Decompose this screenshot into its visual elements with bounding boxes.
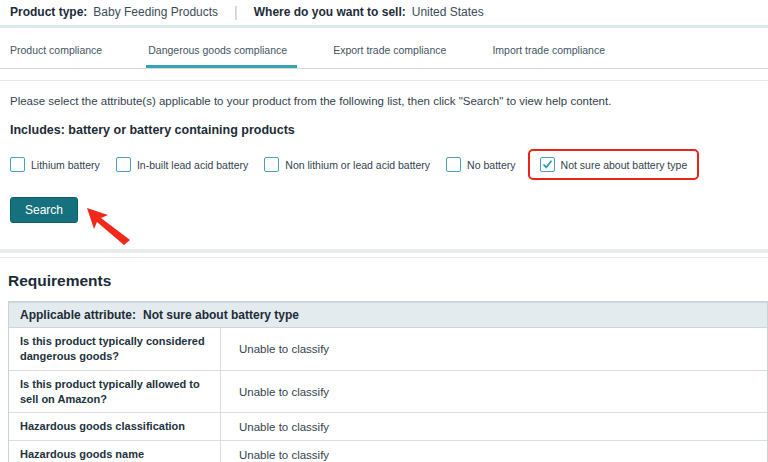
annotation-box-battery-type: Not sure about battery type [528, 149, 700, 180]
requirements-title: Requirements [8, 272, 768, 290]
checkbox-label: Not sure about battery type [561, 159, 688, 171]
table-row: Is this product typically allowed to sel… [9, 371, 767, 414]
marketplace-value: United States [412, 5, 484, 19]
row-label: Is this product typically considered dan… [9, 328, 221, 370]
table-row: Hazardous goods name Unable to classify [9, 441, 767, 462]
marketplace-label: Where do you want to sell: [254, 5, 406, 19]
row-label: Is this product typically allowed to sel… [9, 371, 221, 413]
tab-product-compliance[interactable]: Product compliance [8, 44, 112, 68]
attribute-group-heading: Includes: battery or battery containing … [10, 123, 758, 137]
marketplace: Where do you want to sell: United States [254, 5, 484, 19]
context-bar: Product type: Baby Feeding Products | Wh… [0, 0, 768, 28]
topbar-separator: | [234, 4, 238, 20]
checkbox-not-sure-battery-type[interactable]: Not sure about battery type [540, 157, 688, 172]
table-row: Is this product typically considered dan… [9, 328, 767, 371]
checkbox[interactable] [10, 157, 25, 172]
product-type: Product type: Baby Feeding Products [10, 5, 218, 19]
applicable-attribute-label: Applicable attribute: [20, 308, 136, 322]
checkbox-no-battery[interactable]: No battery [446, 157, 515, 172]
checkbox-label: In-built lead acid battery [137, 159, 248, 171]
tab-import-trade-compliance[interactable]: Import trade compliance [490, 44, 615, 68]
checkbox-lithium-battery[interactable]: Lithium battery [10, 157, 100, 172]
row-value: Unable to classify [239, 386, 329, 398]
checkbox-label: Lithium battery [31, 159, 100, 171]
row-value: Unable to classify [239, 449, 329, 461]
row-value: Unable to classify [239, 421, 329, 433]
annotation-arrow-icon [84, 205, 132, 245]
applicable-attribute-value: Not sure about battery type [143, 308, 299, 322]
checkbox[interactable] [264, 157, 279, 172]
section-hairline [0, 69, 768, 81]
instruction-text: Please select the attribute(s) applicabl… [10, 95, 758, 107]
checkbox[interactable] [446, 157, 461, 172]
table-row: Hazardous goods classification Unable to… [9, 413, 767, 441]
product-type-value: Baby Feeding Products [93, 5, 218, 19]
search-button[interactable]: Search [10, 197, 78, 223]
checkbox[interactable] [116, 157, 131, 172]
tab-export-trade-compliance[interactable]: Export trade compliance [331, 44, 456, 68]
checkbox-non-lithium-lead-acid[interactable]: Non lithium or lead acid battery [264, 157, 430, 172]
compliance-tabs: Product compliance Dangerous goods compl… [0, 28, 768, 69]
checkbox[interactable] [540, 157, 555, 172]
check-icon [542, 159, 553, 170]
row-label: Hazardous goods classification [9, 413, 221, 440]
requirements-table: Applicable attribute: Not sure about bat… [8, 301, 768, 462]
product-type-label: Product type: [10, 5, 87, 19]
attribute-selection-panel: Please select the attribute(s) applicabl… [0, 81, 768, 243]
table-header-row: Applicable attribute: Not sure about bat… [9, 303, 767, 328]
checkbox-label: No battery [467, 159, 515, 171]
checkbox-inbuilt-lead-acid[interactable]: In-built lead acid battery [116, 157, 248, 172]
battery-checkbox-row: Lithium battery In-built lead acid batte… [10, 149, 758, 180]
search-row: Search [10, 197, 758, 243]
checkbox-label: Non lithium or lead acid battery [285, 159, 430, 171]
row-value: Unable to classify [239, 343, 329, 355]
row-label: Hazardous goods name [9, 441, 221, 462]
requirements-section: Requirements Applicable attribute: Not s… [0, 258, 768, 462]
tab-dangerous-goods-compliance[interactable]: Dangerous goods compliance [146, 44, 297, 68]
